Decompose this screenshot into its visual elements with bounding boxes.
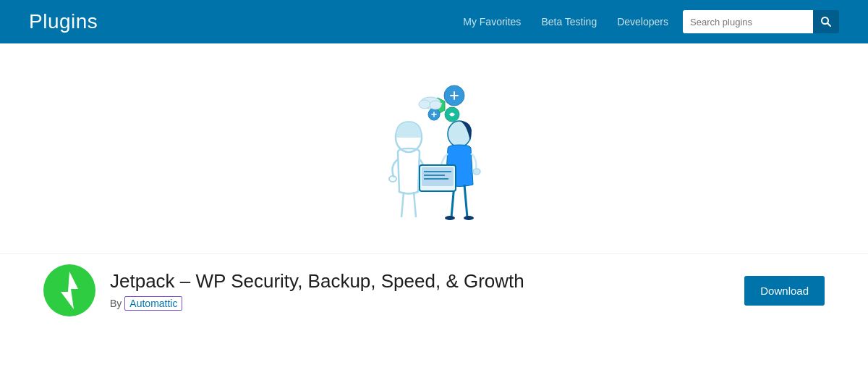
svg-point-8 [473,169,480,175]
svg-point-12 [464,216,474,220]
search-form [683,10,839,33]
svg-line-5 [414,192,416,217]
plugin-author-link[interactable]: Automattic [124,296,182,311]
search-icon [820,16,832,28]
plugin-author-by: By [110,298,122,309]
svg-point-3 [389,176,396,182]
plugin-name: Jetpack – WP Security, Backup, Speed, & … [110,270,730,293]
svg-line-4 [401,192,404,217]
main-content: Jetpack – WP Security, Backup, Speed, & … [0,43,868,327]
header: Plugins My Favorites Beta Testing Develo… [0,0,868,43]
svg-line-1 [827,23,830,26]
svg-rect-14 [422,167,454,186]
illustration-svg [326,58,542,246]
svg-point-22 [419,100,430,109]
page-title: Plugins [29,10,463,33]
download-button[interactable]: Download [744,276,825,306]
svg-line-10 [464,185,467,217]
plugin-icon [43,264,95,316]
main-nav: My Favorites Beta Testing Developers [463,16,668,28]
plugin-author-row: By Automattic [110,296,730,311]
nav-beta-testing[interactable]: Beta Testing [541,16,597,28]
svg-point-23 [430,101,441,109]
nav-developers[interactable]: Developers [617,16,668,28]
svg-point-11 [445,216,455,220]
plugin-row: Jetpack – WP Security, Backup, Speed, & … [0,253,868,327]
nav-favorites[interactable]: My Favorites [463,16,521,28]
hero-illustration [0,51,868,253]
search-input[interactable] [683,10,813,33]
search-button[interactable] [813,10,839,33]
plugin-details: Jetpack – WP Security, Backup, Speed, & … [110,270,730,310]
